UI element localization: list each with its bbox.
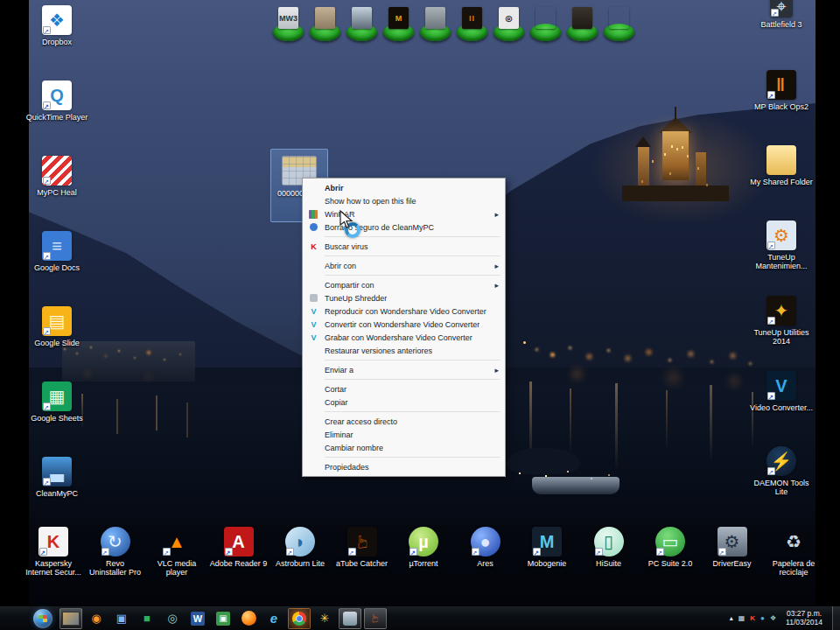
app-icon-glyph: ● [480,532,490,552]
taskbar-app-button[interactable]: ◉ [85,608,108,629]
taskbar-app-button[interactable]: ◎ [161,608,184,629]
game-shortcut-icon[interactable] [529,6,562,43]
desktop-icon[interactable]: MyPC Heal [24,156,90,231]
desktop-icon[interactable]: ● Ares [457,527,514,577]
taskbar-app-button[interactable]: e [262,608,285,629]
taskbar-app-button[interactable]: ☞ [364,608,387,629]
desktop-icon[interactable]: M Mobogenie [518,527,576,577]
context-menu-item[interactable]: Cortar [304,382,504,396]
desktop-icon[interactable]: ▃ CleanMyPC [24,457,90,532]
desktop-icon[interactable]: ‖ MP Black Ops2 [748,70,815,145]
castle-keep [662,131,689,180]
game-shortcut-icon[interactable] [346,6,378,43]
taskbar-app-button[interactable] [237,608,260,629]
taskbar-app-button[interactable] [339,608,361,629]
context-menu-item[interactable]: Copiar [304,396,504,409]
context-menu-item[interactable]: Abrir [304,181,504,194]
app-icon: ⚡ [766,446,796,476]
desktop-icon[interactable]: µ µTorrent [395,527,452,577]
desktop-icon[interactable]: ≡ Google Docs [24,231,90,306]
context-menu-item[interactable]: Abrir con [304,259,504,272]
context-menu-item[interactable]: Eliminar [304,428,504,441]
game-shortcut-icon[interactable] [566,6,598,43]
menu-item-icon [306,196,321,206]
menu-item-label: Cambiar nombre [325,444,383,452]
app-icon: ▃ [42,457,72,486]
desktop-icon[interactable]: V Video Converter... [748,371,815,446]
desktop-icon[interactable]: ❖ Dropbox [24,5,90,80]
start-button[interactable] [33,609,52,628]
desktop-icon[interactable]: ▤ Google Slide [24,306,90,382]
context-menu-item[interactable]: TuneUp Shredder [304,291,504,304]
desktop-icon[interactable]: ⌖ Battlefield 3 [748,0,815,70]
app-icon-glyph: ◗ [295,532,305,552]
desktop-icon[interactable]: ◗ Astroburn Lite [271,527,329,577]
desktop-icon[interactable]: ▭ PC Suite 2.0 [641,527,699,577]
game-shortcut-icon[interactable] [419,6,452,43]
taskbar-app-button[interactable]: ✳ [313,608,336,629]
desktop-icon[interactable]: ▲ VLC media player [148,527,206,577]
context-menu-item[interactable]: WinRAR [304,207,504,220]
desktop-icon[interactable]: ☞ aTube Catcher [333,527,391,577]
app-icon-glyph: ≡ [52,236,62,256]
desktop-icon[interactable]: ⚡ DAEMON Tools Lite [748,446,815,522]
tray-icon[interactable]: K [750,614,755,622]
app-icon: ☞ [347,527,377,556]
taskbar-app-button[interactable]: ▣ [110,608,133,629]
desktop-icon[interactable]: ⚙ DriverEasy [704,527,761,577]
context-menu-item[interactable]: Cambiar nombre [304,441,504,454]
menu-item-label: Abrir [325,184,344,192]
desktop-icon-label: QuickTime Player [26,113,88,122]
chip-emblem-icon [352,7,372,29]
desktop-icon[interactable]: K Kaspersky Internet Secur... [24,527,82,577]
game-shortcut-icon[interactable]: M [382,6,415,43]
desktop-icon[interactable]: A Adobe Reader 9 [210,527,268,577]
app-icon-glyph: ▤ [49,311,66,332]
desktop-icon[interactable]: ✦ TuneUp Utilities 2014 [748,296,815,371]
game-shortcut-icon[interactable]: ◎ [493,6,525,43]
menu-item-icon [306,346,321,356]
taskbar-app-button[interactable]: ▣ [212,608,234,629]
app-icon: ▭ [655,527,685,556]
desktop-icon[interactable]: ↻ Revo Uninstaller Pro [87,527,144,577]
context-menu-item[interactable]: V Reproducir con Wondershare Video Conve… [304,304,504,318]
tray-icon[interactable]: ● [760,614,765,622]
desktop-icon[interactable]: Q QuickTime Player [24,80,90,156]
context-menu-item[interactable]: K Buscar virus [304,240,504,253]
desktop-icon[interactable]: ♻ Papelera de reciclaje [765,527,822,577]
game-shortcut-icon[interactable]: II [456,6,488,43]
app-icon-glyph: ♻ [786,531,802,552]
taskbar-app-button[interactable]: W [186,608,209,629]
app-icon: ❖ [42,5,72,35]
context-menu-item[interactable]: Crear acceso directo [304,415,504,428]
context-menu-item[interactable]: V Grabar con Wondershare Video Converter [304,331,504,344]
taskbar-app-button[interactable] [288,608,311,629]
desktop-icon[interactable]: ⚙ TuneUp Mantenimien... [748,220,815,296]
taskbar-clock[interactable]: 03:27 p.m. 11/03/2014 [786,610,822,626]
app-icon-glyph: ▭ [662,531,679,552]
tray-icon[interactable]: ▴ [730,614,733,622]
taskbar-app-icon: ■ [144,612,150,625]
context-menu-item[interactable]: Enviar a [304,363,504,376]
context-menu-item[interactable]: V Convertir con Wondershare Video Conver… [304,318,504,331]
menu-item-label: Compartir con [325,281,374,290]
taskbar-app-button[interactable] [60,608,82,629]
game-shortcut-icon[interactable] [603,6,635,43]
game-shortcut-icon[interactable]: MW3 [272,6,304,43]
tray-icon[interactable]: ▦ [738,614,746,622]
desktop-screen: MW3 M II ◎ [0,0,840,630]
menu-item-label: Eliminar [325,430,354,439]
game-shortcut-icon[interactable] [309,6,341,43]
context-menu-item[interactable]: Propiedades [304,460,504,473]
context-menu-item[interactable]: Compartir con [304,278,504,291]
context-menu-item[interactable]: Restaurar versiones anteriores [304,344,504,357]
desktop-icon[interactable]: ▯ HiSuite [580,527,638,577]
menu-item-icon [306,462,321,472]
desktop-icon[interactable]: My Shared Folder [748,145,815,220]
tray-icon[interactable]: ❖ [770,614,776,622]
desktop-icon[interactable]: ▦ Google Sheets [24,382,90,457]
context-menu-item[interactable]: Show how to open this file [304,194,504,207]
context-menu-item[interactable]: Borrado seguro de CleanMyPC [304,220,504,234]
show-desktop-button[interactable] [832,606,840,630]
taskbar-app-button[interactable]: ■ [136,608,158,629]
